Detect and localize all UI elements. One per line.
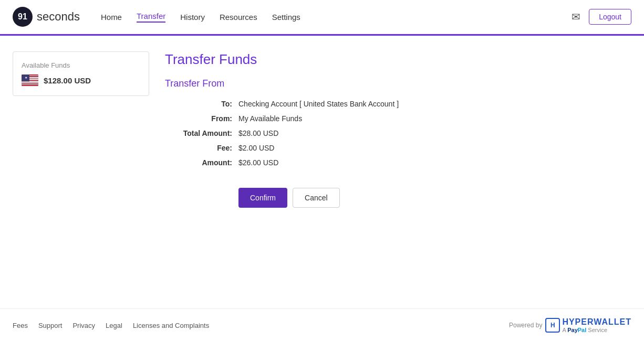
header-right: ✉ Logout <box>572 9 631 25</box>
amount-label: Amount: <box>165 158 238 167</box>
footer: Fees Support Privacy Legal Licenses and … <box>0 308 644 342</box>
hyperwallet-logo: H HYPERWALLET A PayPal Service <box>545 317 631 333</box>
available-funds-label: Available Funds <box>22 61 140 69</box>
hw-name-block: HYPERWALLET A PayPal Service <box>562 317 631 333</box>
amount-value: $26.00 USD <box>238 158 278 167</box>
nav-resources[interactable]: Resources <box>220 13 257 22</box>
funds-amount: $128.00 USD <box>44 76 91 85</box>
total-amount-label: Total Amount: <box>165 129 238 137</box>
to-label: To: <box>165 100 238 108</box>
footer-privacy[interactable]: Privacy <box>72 322 95 329</box>
total-amount-value: $28.00 USD <box>238 129 278 137</box>
paypal-service: A PayPal Service <box>562 327 631 333</box>
confirm-button[interactable]: Confirm <box>238 188 287 208</box>
hw-name: HYPERWALLET <box>562 317 631 327</box>
footer-legal[interactable]: Legal <box>106 322 122 329</box>
us-flag-icon <box>22 74 38 86</box>
nav-history[interactable]: History <box>180 13 205 22</box>
main-nav: Home Transfer History Resources Settings <box>101 12 300 23</box>
footer-links: Fees Support Privacy Legal Licenses and … <box>13 322 209 329</box>
detail-row-fee: Fee: $2.00 USD <box>165 144 631 152</box>
transfer-content: Transfer Funds Transfer From To: Checkin… <box>165 51 631 293</box>
logo[interactable]: 91 seconds <box>13 7 80 27</box>
section-title: Transfer From <box>165 78 631 89</box>
cancel-button[interactable]: Cancel <box>293 188 340 208</box>
logo-icon: 91 <box>13 7 33 27</box>
mail-icon[interactable]: ✉ <box>572 10 580 23</box>
powered-by-text: Powered by <box>509 322 542 329</box>
footer-fees[interactable]: Fees <box>13 322 28 329</box>
nav-home[interactable]: Home <box>101 13 122 22</box>
paypal-brand2: Pal <box>578 327 587 333</box>
nav-settings[interactable]: Settings <box>272 13 300 22</box>
logout-button[interactable]: Logout <box>589 9 631 25</box>
paypal-brand: Pay <box>567 327 578 333</box>
fee-label: Fee: <box>165 144 238 152</box>
from-value: My Available Funds <box>238 114 302 123</box>
transfer-details: To: Checking Account [ United States Ban… <box>165 100 631 167</box>
fee-value: $2.00 USD <box>238 144 274 152</box>
header-left: 91 seconds Home Transfer History Resourc… <box>13 7 300 27</box>
page-title: Transfer Funds <box>165 51 631 68</box>
hw-icon: H <box>545 318 560 333</box>
main-content: Available Funds $128.00 USD Transfer Fun… <box>0 36 644 308</box>
detail-row-from: From: My Available Funds <box>165 114 631 123</box>
header: 91 seconds Home Transfer History Resourc… <box>0 0 644 34</box>
detail-row-to: To: Checking Account [ United States Ban… <box>165 100 631 108</box>
logo-text: seconds <box>37 10 80 24</box>
sidebar: Available Funds $128.00 USD <box>13 51 149 293</box>
available-funds-card: Available Funds $128.00 USD <box>13 51 149 96</box>
from-label: From: <box>165 114 238 123</box>
footer-right: Powered by H HYPERWALLET A PayPal Servic… <box>509 317 631 333</box>
detail-row-amount: Amount: $26.00 USD <box>165 158 631 167</box>
button-row: Confirm Cancel <box>238 188 631 208</box>
nav-transfer[interactable]: Transfer <box>137 12 165 23</box>
to-value: Checking Account [ United States Bank Ac… <box>238 100 399 108</box>
funds-row: $128.00 USD <box>22 74 140 86</box>
detail-row-total: Total Amount: $28.00 USD <box>165 129 631 137</box>
footer-licenses[interactable]: Licenses and Complaints <box>133 322 209 329</box>
footer-support[interactable]: Support <box>38 322 63 329</box>
